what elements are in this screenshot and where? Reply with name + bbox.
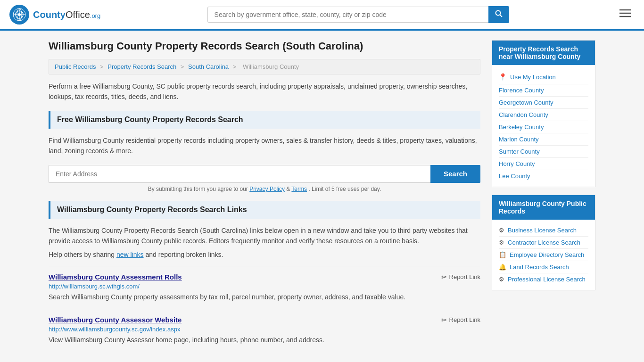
address-search-input[interactable] bbox=[49, 165, 430, 183]
header-search-form bbox=[207, 6, 509, 23]
links-description: The Williamsburg County Property Records… bbox=[49, 225, 480, 247]
public-records-header: Williamsburg County Public Records bbox=[492, 195, 595, 220]
nearby-counties-section: Property Records Search near Williamsbur… bbox=[492, 40, 595, 187]
page-title: Williamsburg County Property Records Sea… bbox=[49, 40, 480, 52]
share-links-text: Help others by sharing new links and rep… bbox=[49, 251, 480, 258]
address-search-button[interactable]: Search bbox=[430, 165, 480, 183]
logo-icon bbox=[9, 5, 29, 25]
report-link-label-0: Report Link bbox=[449, 273, 480, 280]
public-record-1[interactable]: ⚙ Contractor License Search bbox=[499, 237, 588, 249]
breadcrumb-current: Williamsburg County bbox=[243, 63, 299, 70]
breadcrumb-separator-1: > bbox=[100, 63, 105, 70]
address-search-form: Search bbox=[49, 165, 480, 183]
svg-point-6 bbox=[495, 11, 500, 16]
report-link-0[interactable]: ✂ Report Link bbox=[441, 273, 480, 281]
terms-link[interactable]: Terms bbox=[291, 186, 307, 192]
breadcrumb: Public Records > Property Records Search… bbox=[49, 59, 480, 74]
record-desc-1: View Williamsburg County Assessor home p… bbox=[49, 335, 480, 345]
links-section-header: Williamsburg County Property Records Sea… bbox=[49, 201, 480, 219]
nearby-county-5[interactable]: Sumter County bbox=[499, 146, 588, 158]
breadcrumb-separator-2: > bbox=[181, 63, 186, 70]
record-item-0: Williamsburg County Assessment Rolls ✂ R… bbox=[49, 266, 480, 309]
professional-license-icon: ⚙ bbox=[499, 276, 504, 283]
free-search-description: Find Williamsburg County residential pro… bbox=[49, 135, 480, 156]
header-search-input[interactable] bbox=[207, 7, 488, 23]
contractor-license-link[interactable]: Contractor License Search bbox=[508, 239, 580, 246]
hamburger-menu[interactable] bbox=[616, 7, 635, 23]
nearby-county-link-0[interactable]: Florence County bbox=[499, 87, 544, 94]
record-title-1[interactable]: Williamsburg County Assessor Website bbox=[49, 316, 182, 324]
nearby-county-3[interactable]: Berkeley County bbox=[499, 121, 588, 133]
nearby-county-6[interactable]: Horry County bbox=[499, 158, 588, 170]
land-records-link[interactable]: Land Records Search bbox=[510, 263, 569, 271]
report-icon-0: ✂ bbox=[441, 273, 447, 281]
public-record-3[interactable]: 🔔 Land Records Search bbox=[499, 261, 588, 273]
logo-text: CountyOffice.org bbox=[33, 9, 100, 20]
professional-license-link[interactable]: Professional License Search bbox=[508, 276, 586, 283]
breadcrumb-separator-3: > bbox=[233, 63, 238, 70]
nearby-counties-content: 📍 Use My Location Florence County George… bbox=[492, 65, 595, 187]
record-item-1: Williamsburg County Assessor Website ✂ R… bbox=[49, 309, 480, 352]
new-links-link[interactable]: new links bbox=[116, 251, 144, 258]
nearby-county-link-7[interactable]: Lee County bbox=[499, 173, 530, 180]
nearby-county-link-4[interactable]: Marion County bbox=[499, 136, 539, 143]
location-pin-icon: 📍 bbox=[499, 73, 507, 81]
record-title-0[interactable]: Williamsburg County Assessment Rolls bbox=[49, 273, 182, 281]
header-search-button[interactable] bbox=[488, 6, 509, 23]
nearby-county-2[interactable]: Clarendon County bbox=[499, 109, 588, 121]
employee-directory-link[interactable]: Employee Directory Search bbox=[510, 251, 584, 258]
logo-area: CountyOffice.org bbox=[9, 5, 100, 25]
public-record-0[interactable]: ⚙ Business License Search bbox=[499, 224, 588, 237]
business-license-link[interactable]: Business License Search bbox=[508, 227, 577, 234]
business-license-icon: ⚙ bbox=[499, 227, 504, 234]
nearby-county-0[interactable]: Florence County bbox=[499, 84, 588, 97]
free-search-section-header: Free Williamsburg County Property Record… bbox=[49, 111, 480, 129]
use-my-location[interactable]: 📍 Use My Location bbox=[499, 70, 588, 84]
public-records-content: ⚙ Business License Search ⚙ Contractor L… bbox=[492, 220, 595, 290]
land-records-icon: 🔔 bbox=[499, 263, 506, 271]
nearby-county-link-6[interactable]: Horry County bbox=[499, 160, 535, 167]
record-url-0[interactable]: http://williamsburg.sc.wthgis.com/ bbox=[49, 283, 480, 290]
nearby-county-link-5[interactable]: Sumter County bbox=[499, 148, 540, 155]
report-link-label-1: Report Link bbox=[449, 316, 480, 323]
report-icon-1: ✂ bbox=[441, 316, 447, 324]
nearby-county-7[interactable]: Lee County bbox=[499, 170, 588, 182]
nearby-county-link-2[interactable]: Clarendon County bbox=[499, 111, 548, 118]
report-link-1[interactable]: ✂ Report Link bbox=[441, 316, 480, 324]
record-url-1[interactable]: http://www.williamsburgcounty.sc.gov/ind… bbox=[49, 326, 480, 333]
svg-point-5 bbox=[18, 13, 21, 16]
svg-line-7 bbox=[500, 15, 502, 17]
public-records-section: Williamsburg County Public Records ⚙ Bus… bbox=[492, 195, 595, 290]
page-description: Perform a free Williamsburg County, SC p… bbox=[49, 81, 480, 102]
record-desc-0: Search Williamsburg County property asse… bbox=[49, 292, 480, 302]
nearby-county-4[interactable]: Marion County bbox=[499, 133, 588, 146]
record-item-1-header: Williamsburg County Assessor Website ✂ R… bbox=[49, 316, 480, 324]
site-header: CountyOffice.org bbox=[0, 0, 644, 31]
privacy-policy-link[interactable]: Privacy Policy bbox=[249, 186, 285, 192]
public-record-4[interactable]: ⚙ Professional License Search bbox=[499, 273, 588, 285]
nearby-county-1[interactable]: Georgetown County bbox=[499, 97, 588, 109]
nearby-county-link-3[interactable]: Berkeley County bbox=[499, 123, 544, 131]
breadcrumb-link-public-records[interactable]: Public Records bbox=[55, 63, 96, 70]
contractor-license-icon: ⚙ bbox=[499, 239, 504, 246]
use-location-link[interactable]: Use My Location bbox=[510, 74, 556, 81]
form-disclaimer: By submitting this form you agree to our… bbox=[49, 186, 480, 192]
public-record-2[interactable]: 📋 Employee Directory Search bbox=[499, 249, 588, 261]
content-area: Williamsburg County Property Records Sea… bbox=[49, 40, 480, 352]
employee-directory-icon: 📋 bbox=[499, 251, 506, 258]
main-container: Williamsburg County Property Records Sea… bbox=[39, 31, 605, 361]
breadcrumb-link-property-records[interactable]: Property Records Search bbox=[107, 63, 176, 70]
breadcrumb-link-south-carolina[interactable]: South Carolina bbox=[188, 63, 229, 70]
nearby-county-link-1[interactable]: Georgetown County bbox=[499, 99, 553, 106]
record-item-0-header: Williamsburg County Assessment Rolls ✂ R… bbox=[49, 273, 480, 281]
sidebar: Property Records Search near Williamsbur… bbox=[492, 40, 595, 352]
nearby-counties-header: Property Records Search near Williamsbur… bbox=[492, 41, 595, 65]
